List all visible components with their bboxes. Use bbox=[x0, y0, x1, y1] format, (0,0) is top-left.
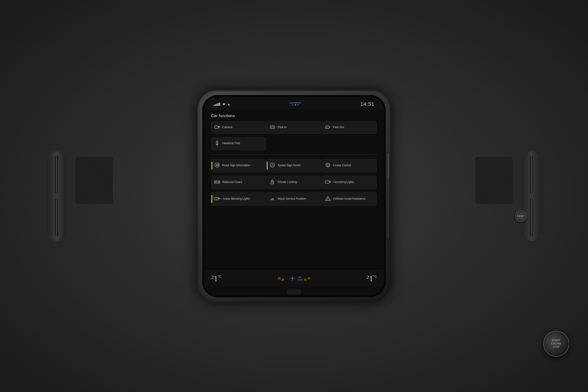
collision-avoid-label: Collision Avoid Assistance bbox=[333, 197, 366, 201]
collision-avoid-icon bbox=[325, 196, 331, 202]
headrest-icon bbox=[214, 140, 220, 146]
temp-left: 21 °C bbox=[211, 274, 222, 283]
private-locking-icon bbox=[270, 179, 275, 186]
svg-rect-18 bbox=[214, 198, 218, 200]
park-out-button[interactable]: P Park Out bbox=[322, 121, 377, 134]
function-row-5: Active Bending Lights Wiper Service Pos bbox=[211, 192, 377, 206]
active-bending-icon bbox=[214, 196, 220, 202]
page-dots bbox=[292, 104, 299, 106]
start-engine-label: START ENGINE STOP bbox=[551, 339, 561, 349]
park-out-label: Park Out bbox=[333, 126, 344, 129]
fabric-texture-left bbox=[75, 157, 113, 204]
svg-point-22 bbox=[292, 278, 293, 279]
navigation-icon: ▲ bbox=[227, 102, 230, 106]
park-out-icon: P bbox=[325, 125, 331, 130]
cornering-lights-button[interactable]: Cornering Lights bbox=[322, 176, 377, 189]
park-in-button[interactable]: P Park In bbox=[266, 121, 321, 134]
wiper-service-button[interactable]: Wiper Service Position bbox=[266, 192, 321, 206]
ac-status[interactable]: ACOFF bbox=[288, 274, 311, 283]
svg-point-21 bbox=[328, 200, 328, 200]
climate-bar: 21 °C bbox=[204, 270, 384, 287]
camera-label: Camera bbox=[222, 126, 232, 129]
temp-left-value: 21 bbox=[211, 274, 218, 283]
temp-left-unit: °C bbox=[218, 275, 222, 278]
svg-rect-0 bbox=[215, 126, 218, 129]
vent-slot bbox=[55, 198, 58, 236]
svg-rect-17 bbox=[325, 181, 330, 183]
fabric-texture-right bbox=[475, 157, 513, 204]
svg-marker-1 bbox=[218, 126, 220, 128]
main-content: Car functions Camera bbox=[204, 109, 384, 270]
status-left: ✱ ▲ bbox=[214, 102, 230, 106]
headrest-fold-label: Headrest Fold bbox=[222, 142, 240, 145]
speed-sign-button[interactable]: Speed Sign Assist bbox=[266, 159, 321, 172]
section-title: Car functions bbox=[211, 114, 377, 118]
screen: ✱ ▲ 14:51 bbox=[204, 97, 384, 295]
road-sign-icon: 60 bbox=[214, 162, 220, 169]
svg-point-14 bbox=[218, 182, 219, 182]
screen-inner-bezel: ✱ ▲ 14:51 bbox=[202, 95, 386, 297]
cornering-lights-icon bbox=[325, 180, 331, 185]
svg-point-6 bbox=[216, 141, 218, 142]
start-engine-button[interactable]: START ENGINE STOP bbox=[543, 331, 569, 357]
temp-right-unit: °C bbox=[373, 275, 377, 278]
divider-1 bbox=[211, 154, 377, 155]
svg-text:60: 60 bbox=[216, 164, 219, 166]
cruise-control-button[interactable]: Cruise Control bbox=[322, 159, 377, 172]
status-bar: ✱ ▲ 14:51 bbox=[204, 97, 384, 109]
active-bending-label: Active Bending Lights bbox=[223, 197, 250, 201]
vent-slot bbox=[530, 156, 533, 194]
reset-button[interactable]: RESET bbox=[515, 210, 527, 222]
signal-bar bbox=[216, 104, 217, 106]
signal-bar bbox=[214, 105, 214, 106]
ac-label: ACOFF bbox=[298, 276, 303, 282]
private-locking-button[interactable]: Private Locking bbox=[266, 176, 321, 189]
heat-icon-left[interactable] bbox=[277, 276, 284, 282]
bluetooth-icon: ✱ bbox=[222, 102, 225, 106]
svg-point-13 bbox=[215, 182, 216, 182]
signal-bar bbox=[218, 103, 219, 106]
wiper-service-icon bbox=[270, 196, 275, 202]
temp-right: 21 °C bbox=[366, 274, 377, 283]
page-dot-3 bbox=[297, 104, 299, 106]
function-row-4: Reduced Guard Private Locking bbox=[211, 176, 377, 189]
function-row-3: 60 Road Sign Information bbox=[211, 159, 377, 172]
camera-icon bbox=[214, 125, 220, 130]
svg-text:P: P bbox=[326, 126, 328, 129]
active-bending-button[interactable]: Active Bending Lights bbox=[211, 192, 266, 206]
reset-label: RESET bbox=[517, 215, 525, 217]
headrest-fold-button[interactable]: Headrest Fold bbox=[211, 137, 266, 150]
reduced-guard-icon bbox=[214, 180, 220, 185]
function-row-2: Headrest Fold bbox=[211, 137, 377, 150]
status-time: 14:51 bbox=[360, 101, 374, 107]
signal-bar bbox=[219, 102, 220, 106]
status-center bbox=[290, 102, 301, 106]
screen-bezel: ✱ ▲ 14:51 bbox=[198, 90, 390, 302]
park-in-label: Park In bbox=[278, 126, 286, 129]
signal-bars bbox=[214, 102, 220, 106]
vent-right bbox=[522, 152, 541, 241]
cruise-control-icon bbox=[325, 162, 331, 169]
vent-slot bbox=[55, 156, 58, 194]
private-locking-label: Private Locking bbox=[278, 180, 297, 184]
speed-sign-label: Speed Sign Assist bbox=[278, 164, 300, 168]
vent-left bbox=[47, 152, 66, 241]
road-sign-button[interactable]: 60 Road Sign Information bbox=[211, 159, 266, 172]
center-line bbox=[290, 102, 301, 103]
page-dot-2 bbox=[295, 104, 296, 106]
reduced-guard-label: Reduced Guard bbox=[222, 180, 242, 184]
svg-text:P: P bbox=[271, 126, 272, 129]
svg-point-11 bbox=[327, 164, 328, 166]
reduced-guard-button[interactable]: Reduced Guard bbox=[211, 176, 266, 189]
dashboard: RESET START ENGINE STOP bbox=[0, 0, 588, 392]
cruise-control-label: Cruise Control bbox=[333, 164, 351, 168]
camera-button[interactable]: Camera bbox=[211, 121, 266, 134]
heat-icon-right bbox=[304, 276, 311, 282]
signal-bar bbox=[215, 104, 216, 106]
svg-point-16 bbox=[272, 182, 273, 183]
home-button[interactable] bbox=[287, 290, 301, 294]
temp-right-value: 21 bbox=[366, 274, 373, 283]
vent-slot bbox=[530, 198, 533, 236]
fan-icon bbox=[288, 274, 296, 283]
collision-avoid-button[interactable]: Collision Avoid Assistance bbox=[322, 192, 377, 206]
